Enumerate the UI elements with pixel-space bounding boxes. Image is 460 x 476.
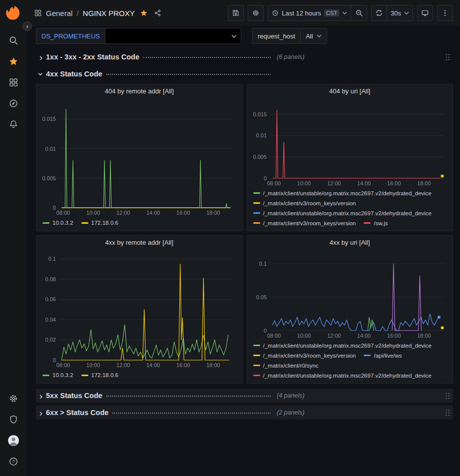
series-color-swatch [253, 192, 260, 194]
row-4xx[interactable]: › 4xx Status Code [36, 67, 453, 81]
series-color-swatch [42, 375, 49, 376]
variables-bar: DS_PROMETHEUS request_host All [27, 26, 460, 46]
svg-text:0.01: 0.01 [256, 132, 266, 138]
kebab-menu-button[interactable] [437, 5, 453, 21]
save-dashboard-button[interactable] [228, 5, 244, 21]
sidebar-item-search[interactable] [2, 30, 24, 51]
timeseries-chart[interactable]: 00.050.108:0010:0012:0014:0016:0018:00 [251, 250, 449, 340]
row-5xx[interactable]: › 5xx Status Code (4 panels) [36, 389, 453, 403]
legend-item[interactable]: /_matrix/client/unstable/org.matrix.msc2… [253, 210, 432, 216]
svg-text:08:00: 08:00 [56, 362, 70, 368]
zoom-out-time-button[interactable] [351, 5, 367, 21]
share-icon [154, 9, 162, 17]
timeseries-chart[interactable]: 00.0050.010.01508:0010:0012:0014:0016:00… [251, 98, 449, 187]
svg-text:10:00: 10:00 [86, 362, 100, 368]
refresh-button[interactable] [371, 5, 387, 21]
panel-legend: /_matrix/client/unstable/org.matrix.msc2… [251, 340, 449, 380]
series-name: /_matrix/client/unstable/org.matrix.msc2… [263, 343, 432, 349]
grafana-logo-icon[interactable] [5, 5, 21, 21]
panel-title[interactable]: 404 by uri [All] [251, 87, 449, 98]
sidebar-item-starred[interactable] [2, 51, 24, 72]
svg-text:08:00: 08:00 [267, 180, 280, 186]
legend-row: /_matrix/client/unstable/org.matrix.msc2… [253, 341, 447, 351]
series-name: /_matrix/client/unstable/org.matrix.msc2… [263, 190, 432, 196]
dashboards-grid-icon [8, 77, 18, 87]
svg-text:0.1: 0.1 [259, 261, 266, 267]
row-title: 5xx Status Code [46, 392, 102, 400]
sidebar-item-configuration[interactable] [2, 388, 24, 409]
legend-item[interactable]: /_matrix/client/unstable/org.matrix.msc2… [253, 373, 432, 379]
breadcrumb-folder[interactable]: General [46, 9, 72, 17]
svg-text:0.02: 0.02 [45, 337, 56, 343]
search-icon [8, 35, 18, 45]
variable-datasource-value-dropdown[interactable] [105, 28, 241, 44]
series-name: 172.18.0.6 [91, 220, 118, 226]
bell-icon [8, 119, 18, 129]
sidebar-item-profile[interactable] [2, 430, 24, 451]
chevron-right-icon: › [36, 408, 46, 418]
dashboard-settings-button[interactable] [248, 5, 264, 21]
tv-mode-button[interactable] [417, 5, 433, 21]
svg-text:16:00: 16:00 [176, 362, 190, 368]
row-drag-handle[interactable] [445, 409, 451, 417]
svg-text:14:00: 14:00 [357, 333, 370, 339]
legend-item[interactable]: /_matrix/client/v3/room_keys/version [253, 200, 356, 206]
svg-text:0: 0 [263, 175, 266, 181]
legend-item[interactable]: 172.18.0.6 [81, 372, 118, 378]
legend-item[interactable]: 10.0.3.2 [42, 220, 73, 226]
breadcrumb-dashboard-title[interactable]: NGINX PROXY [83, 9, 135, 17]
svg-text:10:00: 10:00 [297, 180, 310, 186]
panel-title[interactable]: 4xx by remote addr [All] [40, 239, 238, 250]
series-color-swatch [253, 212, 260, 214]
legend-item[interactable]: /api/live/ws [364, 353, 402, 359]
time-range-picker[interactable]: Last 12 hours CST [268, 5, 351, 21]
apps-grid-icon [34, 9, 42, 17]
timeseries-chart[interactable]: 00.0050.010.01508:0010:0012:0014:0016:00… [40, 98, 238, 217]
svg-text:0: 0 [53, 357, 56, 363]
svg-text:0.005: 0.005 [253, 154, 266, 160]
svg-text:12:00: 12:00 [327, 333, 340, 339]
timeseries-chart[interactable]: 00.020.040.060.080.108:0010:0012:0014:00… [40, 250, 238, 369]
row-drag-handle[interactable] [445, 53, 451, 61]
row-drag-handle[interactable] [445, 392, 451, 400]
time-controls: Last 12 hours CST [268, 5, 367, 21]
panel-title[interactable]: 4xx by uri [All] [251, 239, 449, 250]
legend-item[interactable]: 10.0.3.2 [42, 372, 73, 378]
legend-item[interactable]: /_matrix/client/unstable/org.matrix.msc2… [253, 343, 432, 349]
legend-item[interactable]: /_matrix/client/r0/sync [253, 363, 319, 369]
sidebar-item-explore[interactable] [2, 93, 24, 114]
favorite-star-button[interactable] [139, 8, 149, 18]
row-6xx[interactable]: › 6xx > Status Code (2 panels) [36, 406, 453, 420]
variable-request-host-value-dropdown[interactable]: All [301, 28, 327, 44]
panel-legend: /_matrix/client/unstable/org.matrix.msc2… [251, 187, 449, 228]
sidebar-item-alerting[interactable] [2, 114, 24, 135]
refresh-icon [375, 9, 383, 17]
variable-datasource-label[interactable]: DS_PROMETHEUS [36, 28, 105, 44]
legend-row: /_matrix/client/v3/room_keys/version/sw.… [253, 218, 447, 228]
series-color-swatch [253, 222, 260, 224]
legend-item[interactable]: /sw.js [364, 220, 388, 226]
svg-text:18:00: 18:00 [206, 210, 220, 216]
request-host-value: All [306, 32, 313, 40]
sidebar-item-help[interactable]: ? [2, 451, 24, 472]
legend-row: 10.0.3.2172.18.0.6 [42, 218, 236, 228]
panel-title[interactable]: 404 by remote addr [All] [40, 87, 238, 98]
sidebar-item-server-admin[interactable] [2, 409, 24, 430]
svg-text:16:00: 16:00 [387, 180, 401, 186]
legend-item[interactable]: 172.18.0.6 [81, 220, 118, 226]
variable-request-host-label[interactable]: request_host [252, 28, 301, 44]
legend-item[interactable]: /_matrix/client/v3/room_keys/version [253, 353, 356, 359]
sidebar-expand-button[interactable]: › [22, 21, 32, 31]
share-button[interactable] [153, 8, 163, 18]
chevron-down-icon: › [36, 69, 46, 79]
series-name: /_matrix/client/unstable/org.matrix.msc2… [263, 210, 432, 216]
series-color-swatch [81, 375, 88, 376]
sidebar-item-dashboards[interactable] [2, 72, 24, 93]
svg-text:0.04: 0.04 [45, 317, 56, 323]
legend-item[interactable]: /_matrix/client/v3/room_keys/version [253, 220, 356, 226]
row-1xx-3xx-2xx[interactable]: › 1xx - 3xx - 2xx Status Code (6 panels) [36, 50, 453, 64]
series-name: /_matrix/client/v3/room_keys/version [263, 200, 356, 206]
refresh-interval-picker[interactable]: 30s [387, 5, 413, 21]
legend-item[interactable]: /_matrix/client/unstable/org.matrix.msc2… [253, 190, 432, 196]
row-dots-leader [106, 396, 271, 397]
